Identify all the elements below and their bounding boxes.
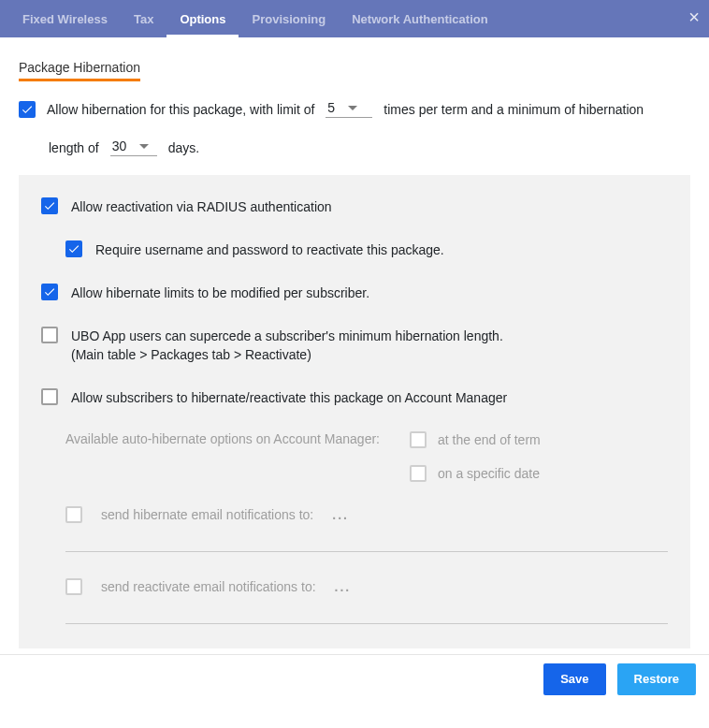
send-hibernate-label: send hibernate email notifications to: — [101, 507, 313, 522]
allow-hibernation-text-a: Allow hibernation for this package, with… — [47, 102, 314, 117]
allow-hibernation-text-c: length of — [49, 140, 99, 155]
restore-button[interactable]: Restore — [617, 663, 696, 695]
acct-mgr-checkbox[interactable] — [41, 388, 58, 405]
auto-hibernate-block: Available auto-hibernate options on Acco… — [65, 431, 668, 482]
tab-tax[interactable]: Tax — [121, 0, 166, 37]
send-reactivate-checkbox[interactable] — [65, 578, 82, 595]
ubo-label-line1: UBO App users can supercede a subscriber… — [71, 328, 503, 343]
acct-mgr-label: Allow subscribers to hibernate/reactivat… — [71, 388, 507, 407]
per-subscriber-checkbox[interactable] — [41, 284, 58, 300]
specific-date-option: on a specific date — [410, 465, 541, 482]
send-reactivate-label: send reactivate email notifications to: — [101, 579, 316, 594]
require-credentials-checkbox[interactable] — [65, 240, 82, 257]
allow-hibernation-text-b: times per term and a minimum of hibernat… — [383, 102, 644, 117]
require-credentials-option: Require username and password to reactiv… — [65, 240, 668, 259]
options-panel: Allow reactivation via RADIUS authentica… — [19, 175, 690, 648]
tab-provisioning[interactable]: Provisioning — [239, 0, 339, 37]
radius-option: Allow reactivation via RADIUS authentica… — [41, 197, 668, 216]
send-hibernate-block: send hibernate email notifications to: .… — [65, 506, 668, 552]
radius-label: Allow reactivation via RADIUS authentica… — [71, 197, 332, 216]
send-reactivate-underline — [65, 623, 668, 624]
tab-fixed-wireless[interactable]: Fixed Wireless — [9, 0, 121, 37]
send-hibernate-value[interactable]: ... — [332, 507, 349, 522]
hibernation-days-value: 30 — [112, 138, 127, 153]
allow-hibernation-row-2: length of 30 days. — [49, 138, 690, 156]
radius-checkbox[interactable] — [41, 197, 58, 214]
send-hibernate-checkbox[interactable] — [65, 506, 82, 523]
section-title: Package Hibernation — [19, 60, 140, 81]
caret-down-icon — [348, 106, 357, 110]
save-button[interactable]: Save — [543, 663, 605, 695]
allow-hibernation-text-d: days. — [168, 140, 199, 155]
tab-bar: Fixed Wireless Tax Options Provisioning … — [0, 0, 709, 37]
ubo-label-line2: (Main table > Packages tab > Reactivate) — [71, 347, 311, 362]
ubo-checkbox[interactable] — [41, 327, 58, 343]
end-of-term-option: at the end of term — [410, 431, 541, 448]
end-of-term-checkbox[interactable] — [410, 431, 427, 448]
close-icon[interactable]: × — [688, 7, 700, 26]
allow-hibernation-checkbox[interactable] — [19, 101, 36, 118]
tab-network-authentication[interactable]: Network Authentication — [339, 0, 500, 37]
auto-hibernate-prompt: Available auto-hibernate options on Acco… — [65, 431, 380, 482]
acct-mgr-option: Allow subscribers to hibernate/reactivat… — [41, 388, 668, 407]
send-reactivate-block: send reactivate email notifications to: … — [65, 578, 668, 624]
ubo-option: UBO App users can supercede a subscriber… — [41, 327, 668, 364]
footer: Save Restore — [0, 654, 709, 703]
send-hibernate-underline — [65, 551, 668, 552]
allow-hibernation-row: Allow hibernation for this package, with… — [19, 100, 690, 118]
per-subscriber-option: Allow hibernate limits to be modified pe… — [41, 284, 668, 302]
require-credentials-label: Require username and password to reactiv… — [95, 240, 444, 259]
hibernation-days-select[interactable]: 30 — [110, 138, 157, 156]
hibernation-limit-value: 5 — [327, 100, 335, 115]
end-of-term-label: at the end of term — [438, 432, 541, 447]
send-reactivate-value[interactable]: ... — [335, 579, 352, 594]
hibernation-limit-select[interactable]: 5 — [326, 100, 372, 118]
caret-down-icon — [139, 144, 149, 149]
per-subscriber-label: Allow hibernate limits to be modified pe… — [71, 284, 369, 302]
ubo-label: UBO App users can supercede a subscriber… — [71, 327, 503, 364]
specific-date-label: on a specific date — [438, 466, 540, 481]
tab-options[interactable]: Options — [166, 0, 239, 37]
specific-date-checkbox[interactable] — [410, 465, 427, 482]
